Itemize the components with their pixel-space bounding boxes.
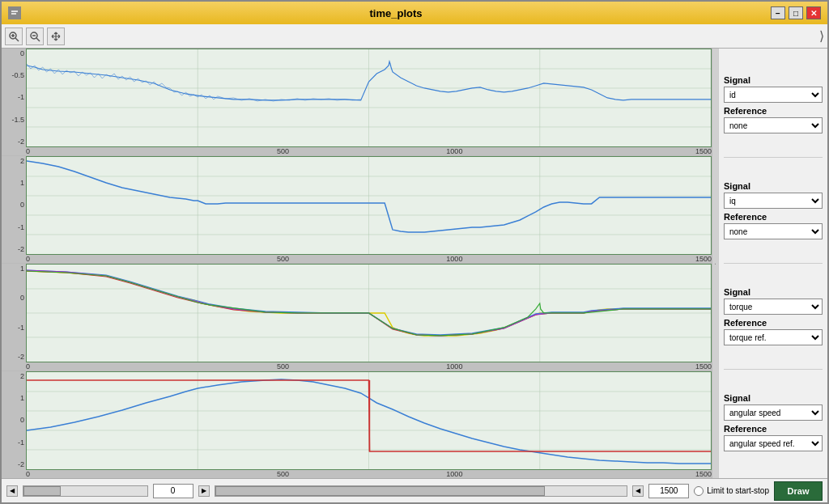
- reference-label-4: Reference: [724, 424, 823, 434]
- y-label-torque-1: 0: [20, 294, 24, 302]
- xaxis-id: 0 500 1000 1500: [26, 147, 712, 155]
- toolbar: ⟩: [2, 24, 827, 49]
- main-area: 0 -0.5 -1 -1.5 -2: [2, 49, 827, 478]
- y-label-iq-2: 0: [20, 201, 24, 209]
- y-label-iq-0: 2: [20, 158, 24, 165]
- x-tick-torque-1000: 1000: [369, 362, 541, 371]
- pan-button[interactable]: [47, 28, 65, 45]
- x-tick-torque-1500: 1500: [540, 362, 712, 371]
- yaxis-torque: 1 0 -1 -2: [2, 264, 26, 362]
- plot-section-iq: 2 1 0 -1 -2: [2, 156, 712, 264]
- resize-handle[interactable]: ···: [712, 49, 718, 478]
- limit-radio[interactable]: [694, 486, 704, 496]
- signal-select-4[interactable]: idiqtorqueangular speed: [724, 404, 823, 421]
- minimize-button[interactable]: −: [771, 6, 785, 19]
- scroll-left-button[interactable]: ◀: [6, 485, 18, 497]
- x-tick-torque-0: 0: [26, 362, 198, 371]
- scroll-mid-left-button[interactable]: ▶: [198, 485, 210, 497]
- signal-label-1: Signal: [724, 75, 823, 85]
- y-label-torque-0: 1: [20, 265, 24, 273]
- controls-plot4: Signal idiqtorqueangular speed Reference…: [724, 370, 823, 475]
- scroll-mid-right-button[interactable]: ◀: [632, 485, 644, 497]
- zoom-in-button[interactable]: [5, 28, 23, 45]
- reference-select-4[interactable]: nonetorque ref.angular speed ref.: [724, 435, 823, 451]
- x-tick-torque-500: 500: [198, 362, 369, 371]
- y-label-torque-2: -1: [18, 324, 24, 332]
- y-label-iq-3: -1: [18, 224, 24, 231]
- reference-select-2[interactable]: nonetorque ref.angular speed ref.: [724, 223, 823, 239]
- x-tick-id-1500: 1500: [540, 147, 712, 155]
- draw-button[interactable]: Draw: [774, 481, 823, 501]
- signal-label-4: Signal: [724, 393, 823, 403]
- close-button[interactable]: ✕: [806, 6, 821, 19]
- controls-plot2: Signal idiqtorqueangular speed Reference…: [724, 158, 823, 264]
- plot-canvas-iq[interactable]: [26, 156, 712, 255]
- y-label-iq-4: -2: [18, 246, 24, 253]
- window-controls: − □ ✕: [771, 6, 821, 19]
- x-tick-ang-1000: 1000: [369, 470, 541, 478]
- signal-label-2: Signal: [724, 181, 823, 191]
- x-tick-id-1000: 1000: [369, 147, 541, 155]
- x-tick-id-500: 500: [198, 147, 369, 155]
- x-tick-iq-1500: 1500: [540, 255, 712, 263]
- zoom-out-button[interactable]: [26, 28, 44, 45]
- x-tick-ang-500: 500: [198, 470, 369, 478]
- reference-label-3: Reference: [724, 318, 823, 328]
- yaxis-id: 0 -0.5 -1 -1.5 -2: [2, 49, 26, 147]
- y-label-ang-2: 0: [20, 417, 24, 424]
- y-label-id-1: -0.5: [11, 72, 24, 79]
- y-label-ang-4: -2: [18, 461, 24, 468]
- title-bar: time_plots − □ ✕: [2, 2, 827, 24]
- limit-label: Limit to start-stop: [707, 486, 769, 495]
- scroll-track-main[interactable]: [215, 485, 628, 497]
- y-label-ang-0: 2: [20, 373, 24, 380]
- y-label-id-4: -2: [18, 138, 24, 146]
- main-window: time_plots − □ ✕ ⟩ 0: [0, 0, 829, 504]
- signal-select-3[interactable]: idiqtorqueangular speed: [724, 299, 823, 315]
- signal-select-2[interactable]: idiqtorqueangular speed: [724, 193, 823, 209]
- reference-label-2: Reference: [724, 212, 823, 222]
- plot-section-id: 0 -0.5 -1 -1.5 -2: [2, 49, 712, 156]
- maximize-button[interactable]: □: [789, 6, 803, 19]
- x-tick-ang-0: 0: [26, 470, 198, 478]
- reference-label-1: Reference: [724, 106, 823, 116]
- range-start-input[interactable]: 0: [153, 484, 193, 498]
- window-title: time_plots: [21, 7, 771, 19]
- y-label-torque-3: -2: [18, 354, 24, 361]
- plot-canvas-angspeed[interactable]: [26, 371, 712, 470]
- window-icon: [8, 6, 21, 19]
- y-label-ang-1: 1: [20, 395, 24, 402]
- plot-canvas-torque[interactable]: [26, 264, 712, 362]
- plot-section-angspeed: 2 1 0 -1 -2: [2, 371, 712, 478]
- yaxis-iq: 2 1 0 -1 -2: [2, 156, 26, 255]
- scroll-track-left[interactable]: [23, 485, 148, 497]
- xaxis-iq: 0 500 1000 1500: [26, 255, 712, 263]
- signal-label-3: Signal: [724, 287, 823, 297]
- y-label-iq-1: 1: [20, 180, 24, 187]
- controls-panel: Signal idiqtorqueangular speed Reference…: [718, 49, 827, 478]
- controls-plot1: Signal idiqtorqueangular speed Reference…: [724, 52, 823, 158]
- reference-select-3[interactable]: nonetorque ref.angular speed ref.: [724, 329, 823, 345]
- range-end-input[interactable]: 1500: [648, 484, 689, 498]
- yaxis-angspeed: 2 1 0 -1 -2: [2, 371, 26, 470]
- x-tick-iq-1000: 1000: [369, 255, 541, 263]
- svg-line-8: [36, 38, 40, 41]
- y-label-id-3: -1.5: [11, 116, 24, 124]
- y-label-id-2: -1: [18, 94, 24, 101]
- expand-button[interactable]: ⟩: [819, 28, 824, 44]
- signal-select-1[interactable]: idiqtorqueangular speed: [724, 87, 823, 103]
- plot-section-torque: 1 0 -1 -2: [2, 264, 712, 371]
- xaxis-angspeed: 0 500 1000 1500: [26, 470, 712, 478]
- controls-plot3: Signal idiqtorqueangular speed Reference…: [724, 264, 823, 370]
- limit-checkbox-area: Limit to start-stop: [694, 486, 769, 496]
- x-tick-iq-0: 0: [26, 255, 198, 263]
- reference-select-1[interactable]: nonetorque ref.angular speed ref.: [724, 117, 823, 133]
- bottom-bar: ◀ 0 ▶ ◀ 1500 Limit to start-stop Draw: [2, 478, 827, 502]
- xaxis-torque: 0 500 1000 1500: [26, 362, 712, 371]
- plot-canvas-id[interactable]: [26, 49, 712, 147]
- y-label-id-0: 0: [20, 50, 24, 57]
- plots-area: 0 -0.5 -1 -1.5 -2: [2, 49, 712, 478]
- x-tick-iq-500: 500: [198, 255, 369, 263]
- x-tick-id-0: 0: [26, 147, 198, 155]
- y-label-ang-3: -1: [18, 439, 24, 447]
